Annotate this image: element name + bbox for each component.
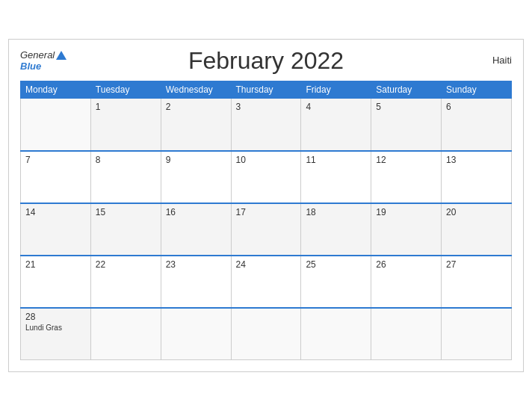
calendar-week-5: 28Lundi Gras [21, 308, 512, 360]
calendar-cell: 2 [161, 99, 231, 151]
logo: General Blue [20, 50, 66, 72]
day-number: 26 [376, 259, 436, 270]
day-number: 13 [446, 155, 507, 165]
calendar-cell: 28Lundi Gras [21, 308, 91, 360]
calendar-cell: 6 [442, 99, 512, 151]
day-number: 19 [376, 207, 436, 217]
day-number: 1 [96, 102, 156, 112]
calendar-cell: 21 [21, 256, 91, 308]
event-label: Lundi Gras [25, 324, 86, 332]
day-number: 7 [25, 155, 86, 165]
logo-general-text: General [20, 50, 55, 61]
calendar-cell: 19 [371, 203, 442, 256]
day-number: 24 [236, 259, 297, 270]
calendar-week-2: 78910111213 [21, 151, 512, 203]
day-number: 23 [166, 259, 226, 270]
calendar-cell: 20 [442, 203, 512, 256]
weekday-tuesday: Tuesday [90, 81, 161, 99]
calendar-cell: 15 [90, 203, 161, 256]
calendar-cell [90, 308, 161, 360]
day-number: 14 [25, 207, 86, 217]
calendar-week-1: 123456 [21, 99, 512, 151]
weekday-monday: Monday [21, 81, 91, 99]
calendar-header: General Blue February 2022 Haiti [20, 47, 512, 75]
day-number: 2 [166, 102, 226, 112]
day-number: 12 [376, 155, 436, 165]
calendar-cell: 13 [442, 151, 512, 203]
day-number: 27 [446, 259, 507, 270]
calendar-cell: 12 [371, 151, 442, 203]
calendar-cell: 16 [161, 203, 231, 256]
calendar-cell: 10 [231, 151, 301, 203]
day-number: 10 [236, 155, 297, 165]
calendar-container: General Blue February 2022 Haiti MondayT… [8, 39, 524, 372]
calendar-table: MondayTuesdayWednesdayThursdayFridaySatu… [20, 81, 512, 360]
weekday-friday: Friday [301, 81, 371, 99]
day-number: 6 [446, 102, 507, 112]
calendar-cell: 17 [231, 203, 301, 256]
calendar-cell: 22 [90, 256, 161, 308]
logo-triangle-icon [56, 51, 66, 60]
day-number: 3 [236, 102, 297, 112]
day-number: 25 [306, 259, 366, 270]
calendar-cell: 7 [21, 151, 91, 203]
calendar-cell: 1 [90, 99, 161, 151]
calendar-cell: 3 [231, 99, 301, 151]
calendar-cell: 18 [301, 203, 371, 256]
calendar-cell: 8 [90, 151, 161, 203]
day-number: 21 [25, 259, 86, 270]
calendar-week-3: 14151617181920 [21, 203, 512, 256]
calendar-week-4: 21222324252627 [21, 256, 512, 308]
country-label: Haiti [492, 55, 512, 66]
calendar-cell: 24 [231, 256, 301, 308]
calendar-cell: 11 [301, 151, 371, 203]
day-number: 8 [96, 155, 156, 165]
day-number: 16 [166, 207, 226, 217]
calendar-cell: 23 [161, 256, 231, 308]
calendar-cell [371, 308, 442, 360]
day-number: 20 [446, 207, 507, 217]
day-number: 22 [96, 259, 156, 270]
day-number: 28 [25, 312, 86, 322]
day-number: 9 [166, 155, 226, 165]
weekday-sunday: Sunday [442, 81, 512, 99]
weekday-saturday: Saturday [371, 81, 442, 99]
calendar-cell: 26 [371, 256, 442, 308]
calendar-cell: 14 [21, 203, 91, 256]
calendar-cell [301, 308, 371, 360]
day-number: 11 [306, 155, 366, 165]
calendar-cell: 4 [301, 99, 371, 151]
day-number: 15 [96, 207, 156, 217]
day-number: 18 [306, 207, 366, 217]
calendar-cell [442, 308, 512, 360]
weekday-thursday: Thursday [231, 81, 301, 99]
weekday-header-row: MondayTuesdayWednesdayThursdayFridaySatu… [21, 81, 512, 99]
calendar-cell [231, 308, 301, 360]
calendar-cell: 27 [442, 256, 512, 308]
weekday-wednesday: Wednesday [161, 81, 231, 99]
calendar-cell: 9 [161, 151, 231, 203]
calendar-cell [161, 308, 231, 360]
day-number: 17 [236, 207, 297, 217]
calendar-cell: 5 [371, 99, 442, 151]
month-title: February 2022 [188, 47, 344, 75]
calendar-cell: 25 [301, 256, 371, 308]
calendar-cell [21, 99, 91, 151]
day-number: 5 [376, 102, 436, 112]
logo-blue-text: Blue [20, 61, 41, 72]
day-number: 4 [306, 102, 366, 112]
